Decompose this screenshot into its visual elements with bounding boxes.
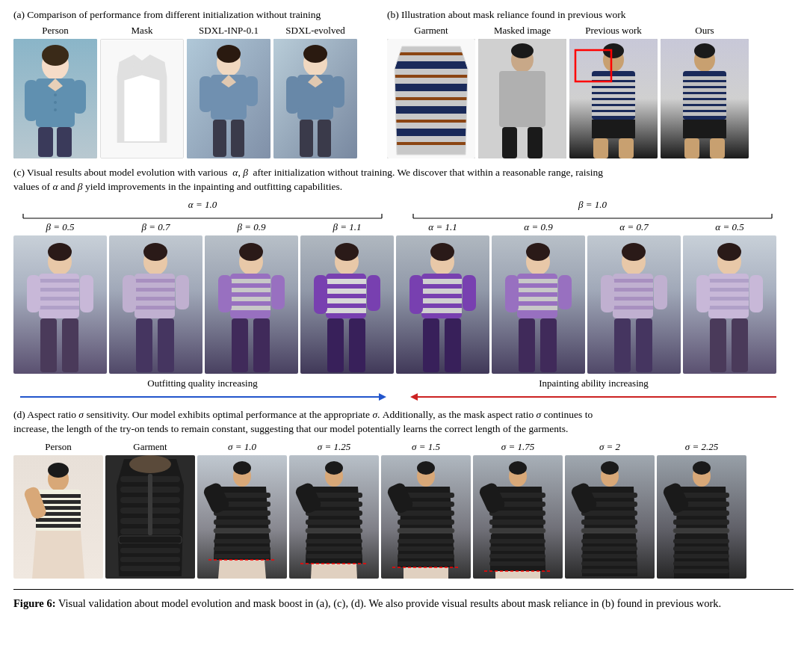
svg-rect-43 [387, 78, 475, 84]
img-c-5 [396, 235, 489, 374]
img-d-s4 [473, 455, 563, 579]
svg-rect-84 [683, 76, 726, 80]
svg-rect-193 [749, 275, 763, 312]
svg-rect-227 [148, 474, 152, 535]
svg-rect-167 [517, 306, 557, 310]
section-b: (b) Illustration about mask reliance fou… [387, 9, 794, 158]
svg-rect-45 [387, 91, 475, 97]
svg-point-10 [54, 101, 57, 104]
svg-rect-142 [326, 298, 366, 303]
arrows-row: Outfitting quality increasing Inpainting… [13, 377, 794, 402]
svg-rect-44 [387, 84, 475, 91]
svg-rect-177 [613, 288, 653, 292]
section-c: (c) Visual results about model evolution… [13, 166, 794, 402]
svg-point-246 [325, 461, 343, 475]
svg-rect-146 [327, 318, 344, 372]
svg-rect-40 [387, 61, 475, 69]
img-d-garment [105, 455, 195, 579]
red-arrow-svg [410, 392, 778, 402]
svg-rect-183 [636, 318, 652, 372]
svg-rect-171 [540, 318, 557, 372]
svg-rect-62 [528, 127, 542, 158]
bracket-row: α = 1.0 β = 1.0 [13, 199, 794, 220]
svg-rect-130 [230, 297, 270, 301]
svg-rect-306 [581, 554, 637, 558]
svg-rect-21 [200, 76, 212, 112]
svg-rect-222 [119, 536, 182, 543]
section-d-images [13, 455, 794, 579]
img-d-person [13, 455, 103, 579]
section-a-images [13, 39, 380, 158]
alpha-bracket-svg [19, 211, 386, 220]
col-label-sdxl2: SDXL-evolved [273, 25, 357, 37]
svg-rect-93 [710, 138, 725, 158]
svg-rect-272 [398, 554, 454, 558]
img-c-4 [300, 235, 394, 374]
arrow-left-container: Outfitting quality increasing [13, 377, 392, 402]
svg-point-18 [217, 45, 241, 63]
svg-rect-121 [176, 275, 189, 309]
svg-rect-71 [592, 94, 635, 98]
svg-point-59 [511, 43, 534, 58]
svg-rect-140 [326, 279, 366, 284]
svg-point-81 [694, 43, 715, 58]
svg-marker-257 [311, 564, 357, 579]
svg-rect-324 [673, 569, 729, 573]
label-beta09: β = 0.9 [205, 221, 298, 233]
svg-rect-179 [613, 306, 653, 309]
svg-rect-168 [505, 275, 519, 312]
svg-rect-85 [683, 82, 726, 86]
svg-rect-268 [398, 528, 454, 533]
svg-rect-181 [654, 275, 667, 309]
svg-rect-156 [409, 275, 423, 314]
svg-rect-251 [306, 520, 362, 525]
svg-rect-164 [517, 279, 557, 283]
col-label-sdxl1: SDXL-INP-0.1 [187, 25, 270, 37]
svg-rect-135 [253, 318, 270, 372]
svg-rect-128 [230, 279, 270, 283]
svg-rect-158 [423, 318, 439, 372]
img-d-s6 [657, 455, 746, 579]
svg-rect-89 [683, 106, 726, 110]
svg-rect-23 [213, 120, 226, 157]
section-d: (d) Aspect ratio σ sensitivity. Our mode… [13, 408, 794, 579]
svg-rect-322 [673, 554, 729, 558]
svg-rect-176 [613, 279, 653, 283]
svg-point-174 [622, 243, 646, 261]
svg-rect-144 [314, 275, 327, 314]
svg-rect-54 [387, 142, 475, 145]
img-a-sdxl2 [273, 39, 357, 158]
svg-rect-7 [38, 127, 53, 157]
svg-rect-289 [489, 554, 545, 558]
svg-rect-33 [318, 120, 331, 157]
arrow-left-label: Outfitting quality increasing [147, 377, 257, 389]
svg-rect-108 [27, 275, 40, 312]
svg-rect-321 [673, 546, 729, 551]
d-label-s2: σ = 1.25 [289, 441, 379, 453]
col-label-garment: Garment [387, 25, 475, 37]
arrow-right-container: Inpainting ability increasing [394, 377, 794, 402]
img-c-8 [683, 235, 776, 374]
sublabels-row: β = 0.5 β = 0.7 β = 0.9 β = 1.1 α = 1.1 … [13, 221, 794, 233]
svg-rect-106 [39, 297, 79, 300]
label-alpha11: α = 1.1 [396, 221, 489, 233]
svg-rect-109 [80, 275, 93, 312]
svg-rect-267 [398, 520, 454, 525]
svg-rect-192 [696, 275, 710, 312]
svg-rect-119 [134, 306, 175, 309]
svg-rect-154 [421, 298, 462, 303]
svg-rect-236 [214, 528, 270, 533]
svg-rect-238 [214, 539, 270, 543]
svg-rect-49 [387, 114, 475, 120]
caption-text: Figure 6: Visual validation about model … [13, 597, 721, 609]
svg-rect-191 [708, 306, 749, 309]
svg-rect-302 [581, 528, 637, 533]
svg-rect-307 [581, 561, 637, 566]
section-c-title: (c) Visual results about model evolution… [13, 166, 794, 194]
img-c-6 [492, 235, 585, 374]
svg-point-2 [42, 45, 69, 66]
svg-rect-111 [62, 318, 78, 372]
svg-rect-110 [40, 318, 57, 372]
svg-rect-61 [502, 127, 517, 158]
svg-point-27 [303, 45, 327, 63]
